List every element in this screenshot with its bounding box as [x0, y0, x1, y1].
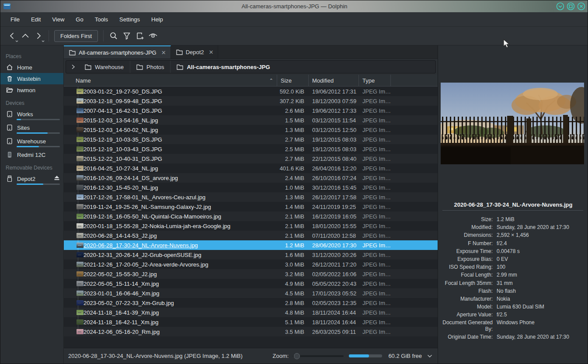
menu-settings[interactable]: Settings [114, 12, 146, 26]
file-row[interactable]: 2020-06-28_14-14-53_J2.jpg2.1 MiB07/11/2… [64, 231, 438, 240]
sidebar-item-works[interactable]: Works [0, 108, 63, 120]
breadcrumb-segment[interactable]: Warehouse [79, 61, 130, 73]
sidebar-item-redmi-12c[interactable]: Redmi 12C [0, 149, 63, 160]
file-row[interactable]: 2019-11-24_19-25-26_NL-Samsung-Galaxy-J2… [64, 202, 438, 211]
tab-close-icon[interactable]: ✕ [207, 49, 214, 55]
up-button[interactable] [19, 29, 32, 42]
folders-first-button[interactable]: Folders First [54, 30, 98, 42]
menu-go[interactable]: Go [70, 12, 89, 26]
back-button[interactable] [6, 29, 19, 42]
metadata-value: 100 [497, 264, 588, 270]
file-row[interactable]: 2020-12-31_20-26-14_J2-Grub-openSUSE.jpg… [64, 250, 438, 260]
file-modified: 18/11/2024 16:44 [309, 309, 359, 316]
location-bar: WarehousePhotosAll-cameras-smartphones-J… [64, 59, 438, 75]
forward-button[interactable] [32, 29, 45, 42]
back-dropdown-icon[interactable] [15, 40, 18, 42]
metadata-label: F Number: [439, 240, 497, 247]
file-row[interactable]: 2024-12-06_05-16-20_Rm.jpg3.5 MiB26/03/2… [64, 327, 438, 336]
file-name: 2017-12-26_17-58-01_NL_Arvores-Ceu-azul.… [84, 194, 277, 201]
file-type: JPEG Im… [359, 271, 391, 277]
file-row[interactable]: 2015-12-19_10-03-43_DS.JPG2.5 MiB19/12/2… [64, 144, 438, 154]
information-panel: 2020-06-28_17-30-24_NL-Arvore-Nuvens.jpg… [438, 45, 588, 364]
chevron-right-icon[interactable] [68, 64, 79, 69]
file-size: 5.1 MiB [277, 319, 309, 326]
file-type: JPEG Im… [359, 88, 391, 95]
file-thumbnail [77, 243, 84, 248]
file-row[interactable]: 2003-01-22_19-27-50_DS.JPG592.0 KiB19/06… [64, 87, 438, 96]
file-size: 3.2 MiB [277, 271, 309, 277]
file-size: 2.7 MiB [277, 136, 309, 143]
file-row[interactable]: 2007-04-13_16-42-31_DS.JPG2.6 MiB19/06/2… [64, 106, 438, 115]
file-row[interactable]: 2016-10-26_09-24-14_DS_arvore.jpg2.4 MiB… [64, 173, 438, 183]
file-modified: 30/12/2016 15:45 [309, 184, 359, 191]
file-type: JPEG Im… [359, 98, 391, 104]
sidebar-item-hwmon[interactable]: hwmon [0, 84, 63, 96]
breadcrumb[interactable]: WarehousePhotosAll-cameras-smartphones-J… [66, 60, 436, 73]
titlebar[interactable]: All-cameras-smartphones-JPG — Dolphin [0, 0, 588, 12]
file-row[interactable]: 2019-12-16_16-05-50_NL-Quintal-Cica-Mamo… [64, 211, 438, 221]
file-row[interactable]: 2021-12-26_17-20-05_J2-Area-verde-Arvore… [64, 260, 438, 269]
file-row[interactable]: 2015-12-03_14-50-02_NL.jpg1.3 MiB03/12/2… [64, 125, 438, 135]
phone-icon [6, 151, 13, 158]
menu-edit[interactable]: Edit [25, 12, 46, 26]
menu-file[interactable]: File [5, 12, 25, 26]
search-icon[interactable] [107, 29, 120, 42]
file-row[interactable]: 2023-05-02_07-22-33_Xm-Grub.jpg2.8 MiB02… [64, 298, 438, 308]
tab-close-icon[interactable]: ✕ [160, 49, 166, 56]
file-name: 2022-05-05_15-11-14_Xm.jpg [84, 281, 277, 287]
file-row[interactable]: 2023-01-01_16-06-46_Xm.jpg4.5 MiB17/01/2… [64, 288, 438, 298]
file-modified: 26/03/2025 09:11 [309, 329, 359, 335]
chevron-down-icon[interactable] [425, 354, 433, 358]
breadcrumb-segment[interactable]: Photos [130, 61, 170, 73]
breadcrumb-segment[interactable]: All-cameras-smartphones-JPG [170, 61, 276, 73]
maximize-button[interactable] [566, 2, 575, 11]
filter-icon[interactable] [120, 29, 133, 42]
file-row[interactable]: 2022-05-02_15-55-30_J2.jpg3.2 MiB02/05/2… [64, 269, 438, 279]
file-row[interactable]: 2003-12-18_09-59-48_DS.JPG307.2 KiB18/12… [64, 96, 438, 106]
metadata-value: f/2.5 [497, 312, 588, 318]
file-name: 2024-12-06_05-16-20_Rm.jpg [84, 329, 277, 335]
forward-dropdown-icon[interactable] [42, 40, 45, 42]
sidebar-item-wastebin[interactable]: Wastebin [0, 73, 63, 84]
minimize-button[interactable] [556, 2, 565, 11]
file-row[interactable]: 2015-12-22_10-40-31_DS.JPG2.7 MiB22/12/2… [64, 154, 438, 163]
sidebar-item-home[interactable]: Home [0, 62, 63, 73]
column-header-name[interactable]: Name ⌃ [64, 75, 277, 86]
file-row[interactable]: 2024-11-18_16-41-39_Xm.jpg4.8 MiB18/11/2… [64, 308, 438, 317]
file-row[interactable]: 2022-05-05_15-11-14_Xm.jpg4.9 MiB05/05/2… [64, 279, 438, 288]
file-row[interactable]: 2024-11-18_16-42-11_Xm.jpg5.1 MiB18/11/2… [64, 317, 438, 327]
metadata-label: Flash: [439, 288, 497, 295]
device-usage-bar [17, 132, 60, 134]
file-row-selected[interactable]: 2020-06-28_17-30-24_NL-Arvore-Nuvens.jpg… [64, 240, 438, 250]
file-type: JPEG Im… [359, 261, 391, 268]
file-type: JPEG Im… [359, 329, 391, 335]
preview-icon[interactable] [146, 29, 160, 42]
file-row[interactable]: 2016-04-25_10-27-34_NL.jpg401.6 KiB26/04… [64, 163, 438, 173]
file-row[interactable]: 2015-12-19_10-03-35_DS.JPG2.7 MiB19/12/2… [64, 135, 438, 144]
file-type: JPEG Im… [359, 309, 391, 316]
menu-tools[interactable]: Tools [89, 12, 114, 26]
tab-active[interactable]: All-cameras-smartphones-JPG✕ [64, 45, 171, 59]
sidebar-item-sites[interactable]: Sites [0, 122, 63, 133]
column-header-size[interactable]: Size [277, 75, 309, 86]
eject-icon[interactable] [54, 175, 60, 180]
column-header-modified[interactable]: Modified [309, 75, 359, 86]
menu-view[interactable]: View [46, 12, 70, 26]
column-header-type[interactable]: Type [359, 75, 391, 86]
zoom-slider-handle[interactable] [294, 353, 300, 359]
file-type: JPEG Im… [359, 213, 391, 220]
file-row[interactable]: 2017-12-26_17-58-01_NL_Arvores-Ceu-azul.… [64, 192, 438, 202]
file-row[interactable]: 2020-01-18_15-55-28_J2-Nokia-Lumia-jah-e… [64, 221, 438, 231]
file-row[interactable]: 2015-12-03_13-54-16_NL.jpg1.5 MiB03/12/2… [64, 115, 438, 125]
sidebar-item-depot2[interactable]: Depot2 [0, 173, 63, 184]
split-view-icon[interactable] [133, 29, 146, 42]
close-button[interactable] [577, 2, 586, 11]
file-row[interactable]: 2016-12-30_15-45-20_NL.jpg1.0 MiB30/12/2… [64, 183, 438, 192]
tab-inactive[interactable]: Depot2✕ [171, 45, 219, 59]
zoom-slider[interactable] [293, 353, 344, 360]
metadata-row: Exposure Bias:0 EV [439, 255, 588, 263]
folder-icon [176, 49, 183, 55]
file-modified: 19/06/2012 17:33 [309, 107, 359, 114]
menu-help[interactable]: Help [146, 12, 169, 26]
sidebar-item-warehouse[interactable]: Warehouse [0, 135, 63, 147]
